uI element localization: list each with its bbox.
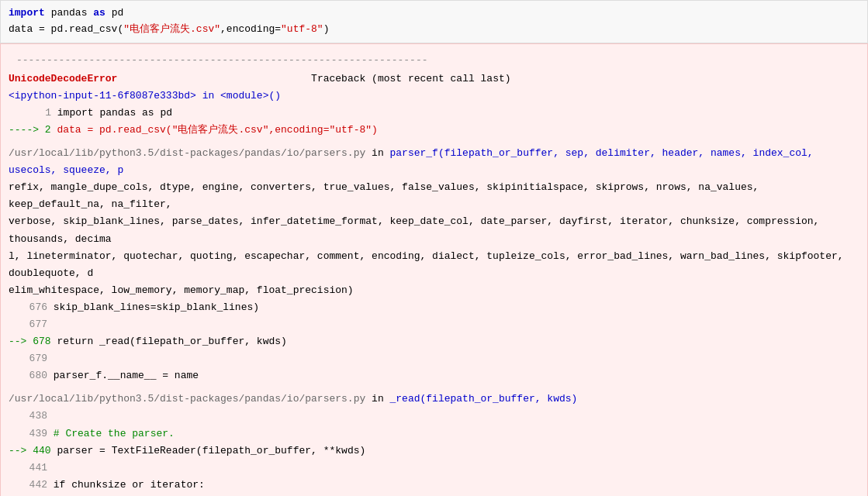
tb-line-1: 1 import pandas as pd [9,105,859,122]
file2-location: /usr/local/lib/python3.5/dist-packages/p… [9,391,859,408]
spacer-1 [9,139,859,145]
code-input-block: import pandas as pd data = pd.read_csv("… [0,0,868,43]
line-440: --> 440 parser = TextFileReader(filepath… [9,443,859,460]
line-442: 442 if chunksize or iterator: [9,477,859,494]
input-line-1: import pandas as pd [9,5,859,22]
spacer-2 [9,384,859,391]
file1-params4: elim_whitespace, low_memory, memory_map,… [9,282,859,299]
error-type-label: UnicodeDecodeError [9,73,117,84]
tb-line-2: ----> 2 data = pd.read_csv("电信客户流失.csv",… [9,122,859,139]
line-678: --> 678 return _read(filepath_or_buffer,… [9,333,859,350]
line-680: 680 parser_f.__name__ = name [9,367,859,384]
error-divider: ----------------------------------------… [9,50,859,71]
keyword-import: import [9,7,45,19]
file1-params3: l, lineterminator, quotechar, quoting, e… [9,248,859,282]
input-line-2: data = pd.read_csv("电信客户流失.csv",encoding… [9,22,859,38]
file1-params2: verbose, skip_blank_lines, parse_dates, … [9,213,859,247]
line-439: 439 # Create the parser. [9,425,859,443]
traceback-label: Traceback (most recent call last) [311,73,510,84]
error-block: ----------------------------------------… [0,43,868,496]
ipython-location: <ipython-input-11-6f8087e333bd> in <modu… [9,88,859,105]
line-438: 438 [9,408,859,425]
error-header: UnicodeDecodeError Traceback (most recen… [9,71,859,88]
file1-params: refix, mangle_dupe_cols, dtype, engine, … [9,179,859,213]
line-677: 677 [9,316,859,333]
file1-location: /usr/local/lib/python3.5/dist-packages/p… [9,145,859,179]
line-441: 441 [9,460,859,477]
line-679: 679 [9,350,859,367]
line-676: 676 skip_blank_lines=skip_blank_lines) [9,299,859,316]
keyword-as: as [93,7,105,19]
